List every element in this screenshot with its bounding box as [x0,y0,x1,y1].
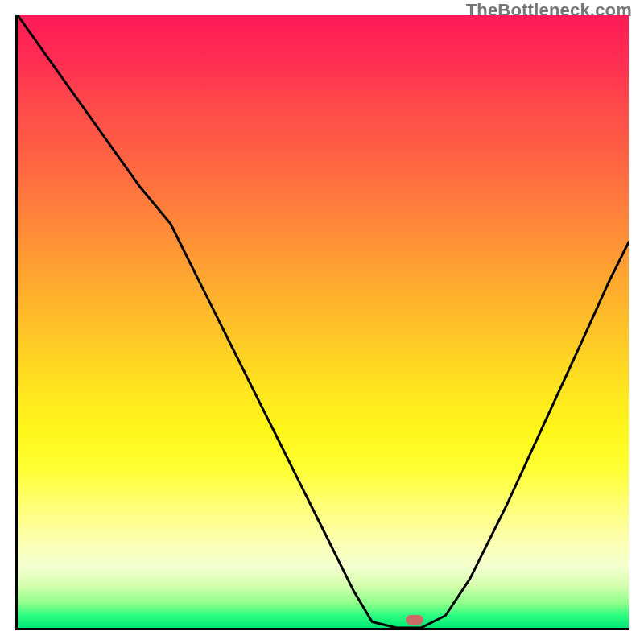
chart-container: TheBottleneck.com [0,0,644,644]
optimal-marker [406,615,423,625]
bottleneck-curve [18,15,629,628]
plot-area [15,15,629,630]
curve-path [18,15,629,628]
